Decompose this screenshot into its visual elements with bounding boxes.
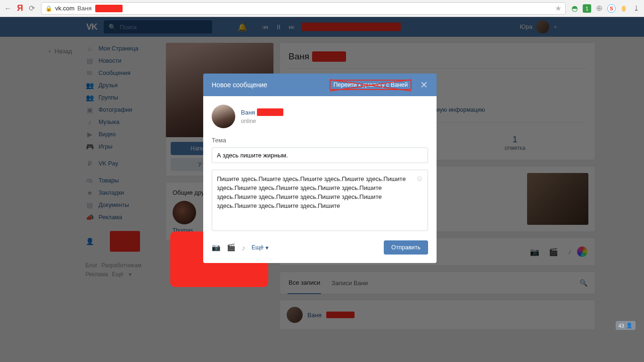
video-icon[interactable]: 🎬: [549, 247, 558, 256]
wall-tabs: Все записи Записи Вани 🔍: [280, 272, 595, 294]
redacted-block: [257, 108, 283, 116]
rainbow-icon[interactable]: [577, 247, 587, 257]
music-icon[interactable]: ♪: [242, 244, 246, 252]
avatar[interactable]: [212, 105, 235, 128]
chevron-down-icon: ▾: [265, 244, 269, 251]
goto-dialog-link[interactable]: Перейти к диалогу с Ваней: [330, 80, 412, 90]
star-icon: ★: [85, 189, 94, 197]
video-icon[interactable]: 🎬: [227, 243, 236, 252]
footer-links: БлогРазработчикам РекламаЕщё ▾: [83, 255, 160, 286]
modal-footer: 📷 🎬 ♪ Ещё▾ Отправить: [212, 240, 428, 255]
tab-all-posts[interactable]: Все записи: [288, 272, 321, 294]
globe-ext-icon[interactable]: ⊕: [595, 4, 603, 13]
chevron-down-icon: ▾: [129, 271, 132, 278]
prev-track-icon[interactable]: ⏮: [262, 23, 269, 31]
nav-my-page[interactable]: ⌂Моя Страница: [83, 42, 160, 55]
photo-thumb[interactable]: [527, 173, 588, 225]
back-link[interactable]: ‹ Назад: [49, 47, 77, 55]
footer-blog[interactable]: Блог: [85, 262, 98, 269]
chevron-left-icon: ‹: [49, 47, 51, 55]
more-attach-link[interactable]: Ещё▾: [252, 244, 269, 251]
search-icon: 🔍: [108, 24, 116, 31]
footer-devs[interactable]: Разработчикам: [101, 262, 141, 269]
address-bar[interactable]: 🔒 vk.com Ваня ★: [41, 2, 566, 15]
news-icon: ▤: [85, 57, 94, 65]
groups-icon: 👥: [85, 94, 94, 101]
wall-post: Ваня: [280, 300, 595, 330]
audio-player: ⏮ ⏸ ⏭: [262, 23, 401, 31]
avatar: [173, 201, 196, 224]
yandex-logo-icon[interactable]: Я: [17, 3, 23, 13]
chat-counter-badge[interactable]: 43 👤: [616, 321, 636, 330]
pause-icon[interactable]: ⏸: [275, 23, 282, 31]
nav-friends[interactable]: 👥Друзья: [83, 79, 160, 91]
recipient-name[interactable]: Ваня: [241, 108, 283, 116]
message-textarea[interactable]: [212, 170, 428, 231]
music-icon[interactable]: ♪: [568, 247, 571, 256]
send-button[interactable]: Отправить: [384, 240, 428, 255]
download-ext-icon[interactable]: 1: [583, 4, 591, 13]
sidebar-nav: ⌂Моя Страница ▤Новости ✉Сообщения 👥Друзь…: [83, 37, 160, 330]
recipient-row: Ваня online: [212, 105, 428, 128]
nav-games[interactable]: 🎮Игры: [83, 140, 160, 153]
nav-messages[interactable]: ✉Сообщения: [83, 67, 160, 79]
nav-vkpay[interactable]: ₽VK Pay: [83, 157, 160, 170]
modal-header: Новое сообщение Перейти к диалогу с Ване…: [203, 74, 437, 96]
shield-ext-icon[interactable]: ◓: [570, 4, 579, 13]
search-icon[interactable]: 🔍: [579, 279, 587, 287]
footer-ads[interactable]: Реклама: [85, 271, 108, 278]
nav-music[interactable]: ♪Музыка: [83, 116, 160, 128]
online-status: online: [241, 118, 283, 124]
subject-input[interactable]: [212, 148, 428, 163]
notifications-icon[interactable]: 🔔: [238, 23, 247, 32]
redacted-block: [326, 312, 355, 318]
redacted-block: [312, 51, 346, 62]
lock-icon: 🔒: [45, 5, 52, 12]
docs-icon: ▤: [85, 201, 94, 209]
browser-toolbar: ← Я ⟳ 🔒 vk.com Ваня ★ ◓ 1 ⊕ S ⬮ ⤓: [0, 0, 644, 17]
nav-news[interactable]: ▤Новости: [83, 55, 160, 67]
camera-icon[interactable]: 📷: [530, 247, 539, 256]
video-icon: ▶: [85, 131, 94, 138]
friends-icon: 👥: [85, 82, 94, 89]
post-author[interactable]: Ваня: [307, 312, 322, 319]
home-icon: ⌂: [85, 45, 94, 52]
emoji-icon[interactable]: ☺: [416, 174, 423, 183]
stat-tags[interactable]: 1 отметка: [504, 134, 525, 151]
nav-ads[interactable]: 📣Реклама: [83, 211, 160, 223]
downloads-icon[interactable]: ⤓: [632, 4, 640, 13]
close-icon[interactable]: ✕: [420, 80, 428, 90]
nav-goods[interactable]: 🛍Товары: [83, 174, 160, 187]
bag-icon: 🛍: [85, 177, 94, 184]
user-menu[interactable]: Юра ▼: [520, 20, 558, 33]
megaphone-icon: 📣: [85, 214, 94, 221]
back-browser-icon[interactable]: ←: [4, 4, 12, 13]
nav-bookmarks[interactable]: ★Закладки: [83, 187, 160, 199]
reload-icon[interactable]: ⟳: [28, 4, 36, 13]
next-track-icon[interactable]: ⏭: [289, 23, 295, 31]
search-box[interactable]: 🔍: [104, 20, 212, 33]
new-message-modal: Новое сообщение Перейти к диалогу с Ване…: [203, 74, 437, 263]
extension-icons: ◓ 1 ⊕ S ⬮ ⤓: [570, 4, 640, 13]
nav-docs[interactable]: ▤Документы: [83, 199, 160, 211]
url-host: vk.com: [55, 5, 74, 12]
s-ext-icon[interactable]: S: [607, 4, 616, 13]
nav-photos[interactable]: ▣Фотографии: [83, 104, 160, 116]
egg-ext-icon[interactable]: ⬮: [619, 4, 628, 13]
avatar[interactable]: [287, 307, 303, 323]
music-icon: ♪: [85, 118, 94, 126]
messages-icon: ✉: [85, 69, 94, 77]
vk-header: VK 🔍 🔔 ⏮ ⏸ ⏭ Юра ▼: [0, 17, 644, 37]
nav-groups[interactable]: 👥Группы: [83, 91, 160, 104]
redacted-block: [110, 231, 140, 252]
search-input[interactable]: [120, 24, 207, 31]
redacted-block: [95, 5, 123, 12]
games-icon: 🎮: [85, 143, 94, 150]
footer-more[interactable]: Ещё ▾: [112, 271, 135, 278]
vk-logo[interactable]: VK: [86, 22, 97, 32]
bookmark-star-icon[interactable]: ★: [555, 4, 561, 13]
user-icon: 👤: [626, 322, 633, 329]
nav-videos[interactable]: ▶Видео: [83, 128, 160, 140]
camera-icon[interactable]: 📷: [212, 243, 221, 252]
tab-user-posts[interactable]: Записи Вани: [330, 272, 369, 294]
